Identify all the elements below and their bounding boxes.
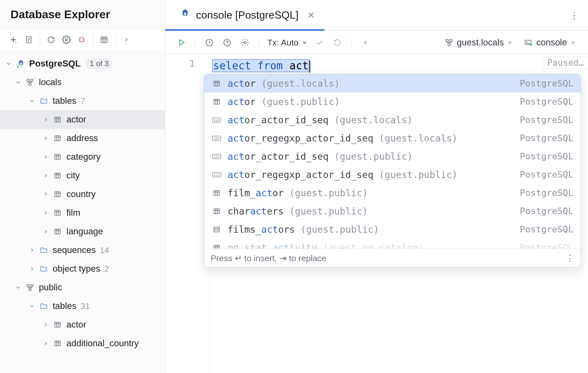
table-label: film <box>66 208 80 218</box>
autocomplete-popup[interactable]: actor(guest.locals)PostgreSQLactor(guest… <box>204 74 581 268</box>
group-label: sequences <box>53 245 96 255</box>
tab-bar: console [PostgreSQL] ✕ ⋮ <box>165 0 588 31</box>
autocomplete-item[interactable]: pg_stat_activity(guest.pg_catalog)Postgr… <box>204 238 581 249</box>
expand-toolbar-button[interactable] <box>119 32 134 47</box>
svg-rect-9 <box>55 136 60 141</box>
svg-rect-19 <box>55 341 60 346</box>
table-node[interactable]: actor <box>0 315 165 334</box>
table-node[interactable]: category <box>0 148 165 166</box>
svg-rect-23 <box>446 39 448 41</box>
schema-node-locals[interactable]: locals <box>0 73 165 92</box>
completion-source: PostgreSQL <box>520 242 573 249</box>
svg-rect-7 <box>29 84 31 86</box>
expand-toolbar-button[interactable] <box>357 34 373 51</box>
autocomplete-item[interactable]: actor(guest.locals)PostgreSQL <box>204 74 581 92</box>
svg-rect-13 <box>55 210 60 215</box>
autocomplete-item[interactable]: film_actor(guest.public)PostgreSQL <box>204 184 581 202</box>
paused-indicator: Paused… <box>543 57 588 69</box>
group-count: 31 <box>81 301 90 311</box>
commit-button[interactable] <box>311 34 328 51</box>
query-settings-button[interactable] <box>237 34 253 51</box>
group-node-tables[interactable]: tables 7 <box>0 92 165 110</box>
completion-hint: (guest.public) <box>290 188 368 198</box>
tx-mode-select[interactable]: Tx: Auto <box>265 34 310 51</box>
svg-rect-5 <box>27 79 30 81</box>
table-icon <box>211 208 222 215</box>
svg-rect-17 <box>29 289 31 291</box>
sequence-icon: 123 <box>211 135 222 141</box>
group-node-sequences[interactable]: sequences 14 <box>0 241 165 259</box>
table-icon <box>52 228 63 235</box>
table-icon <box>52 135 63 142</box>
autocomplete-item[interactable]: 123actor_actor_id_seq(guest.public)Postg… <box>204 147 581 165</box>
autocomplete-item[interactable]: 123actor_regegxp_actor_id_seq(guest.loca… <box>204 129 581 147</box>
table-node[interactable]: additional_country <box>0 334 165 353</box>
schema-selector[interactable]: guest.locals <box>441 34 517 51</box>
code-area[interactable]: Paused… select from act actor(guest.loca… <box>210 54 588 373</box>
session-selector[interactable]: console <box>519 34 580 51</box>
datasource-node[interactable]: PostgreSQL 1 of 3 <box>0 54 165 73</box>
sql-editor[interactable]: 1 Paused… select from act actor(guest.lo… <box>165 54 588 373</box>
database-tree[interactable]: PostgreSQL 1 of 3 locals tables 7 actora… <box>0 51 165 373</box>
schema-node-public[interactable]: public <box>0 278 165 297</box>
table-icon <box>211 98 222 105</box>
add-datasource-button[interactable] <box>6 32 21 47</box>
svg-point-4 <box>17 66 19 68</box>
autocomplete-item[interactable]: actor(guest.public)PostgreSQL <box>204 92 581 111</box>
close-icon[interactable]: ✕ <box>307 10 315 21</box>
chevron-right-icon <box>40 191 52 197</box>
table-node[interactable]: country <box>0 185 165 204</box>
sequence-icon: 123 <box>211 117 222 123</box>
folder-icon <box>38 265 49 273</box>
table-node[interactable]: language <box>0 222 165 241</box>
refresh-button[interactable] <box>43 32 59 47</box>
svg-point-1 <box>65 39 68 41</box>
settings-button[interactable] <box>59 32 74 47</box>
autocomplete-item[interactable]: characters(guest.public)PostgreSQL <box>204 202 581 220</box>
chevron-down-icon <box>12 284 24 291</box>
svg-point-21 <box>224 39 231 46</box>
completion-source: PostgreSQL <box>520 133 573 143</box>
group-node-tables[interactable]: tables 31 <box>0 297 165 315</box>
explain-plan-button[interactable] <box>219 34 235 51</box>
code-line[interactable]: select from act <box>212 58 588 73</box>
autocomplete-item[interactable]: 123actor_actor_id_seq(guest.locals)Postg… <box>204 111 581 129</box>
completion-name: films_actors <box>228 224 295 235</box>
table-node[interactable]: address <box>0 129 165 148</box>
svg-rect-2 <box>80 38 84 42</box>
autocomplete-hint: Press ↵ to insert, ⇥ to replace <box>211 253 326 263</box>
group-node-object-types[interactable]: object types 2 <box>0 259 165 278</box>
completion-hint: (guest.public) <box>300 224 379 235</box>
history-button[interactable] <box>201 34 217 51</box>
table-label: address <box>66 133 98 144</box>
svg-rect-18 <box>55 322 60 327</box>
tab-options-button[interactable]: ⋮ <box>565 6 584 25</box>
tab-title: console [PostgreSQL] <box>196 9 298 21</box>
tab-console[interactable]: console [PostgreSQL] ✕ <box>165 0 324 30</box>
rollback-button[interactable] <box>329 34 345 51</box>
chevron-down-icon <box>2 60 15 67</box>
autocomplete-list[interactable]: actor(guest.locals)PostgreSQLactor(guest… <box>204 74 581 249</box>
autocomplete-options-button[interactable]: ⋮ <box>565 249 574 268</box>
run-button[interactable] <box>173 34 190 51</box>
table-view-button[interactable] <box>96 32 112 47</box>
schema-selector-label: guest.locals <box>457 37 504 48</box>
datasource-name: PostgreSQL <box>29 58 81 69</box>
sequence-icon: 123 <box>211 153 222 160</box>
svg-rect-39 <box>214 209 219 214</box>
autocomplete-item[interactable]: 123actor_regegxp_actor_id_seq(guest.publ… <box>204 165 581 184</box>
completion-source: PostgreSQL <box>520 206 573 216</box>
table-node[interactable]: film <box>0 204 165 222</box>
ddl-button[interactable] <box>21 32 36 47</box>
table-icon <box>52 209 63 217</box>
table-icon <box>211 189 222 197</box>
table-node[interactable]: city <box>0 166 165 185</box>
completion-hint: (guest.public) <box>334 151 413 162</box>
table-node[interactable]: actor <box>0 110 165 129</box>
group-count: 7 <box>81 96 85 106</box>
group-label: tables <box>53 96 77 106</box>
table-icon <box>211 244 222 249</box>
group-count: 2 <box>104 264 109 274</box>
autocomplete-item[interactable]: films_actors(guest.public)PostgreSQL <box>204 220 581 238</box>
stop-button[interactable] <box>74 32 89 47</box>
